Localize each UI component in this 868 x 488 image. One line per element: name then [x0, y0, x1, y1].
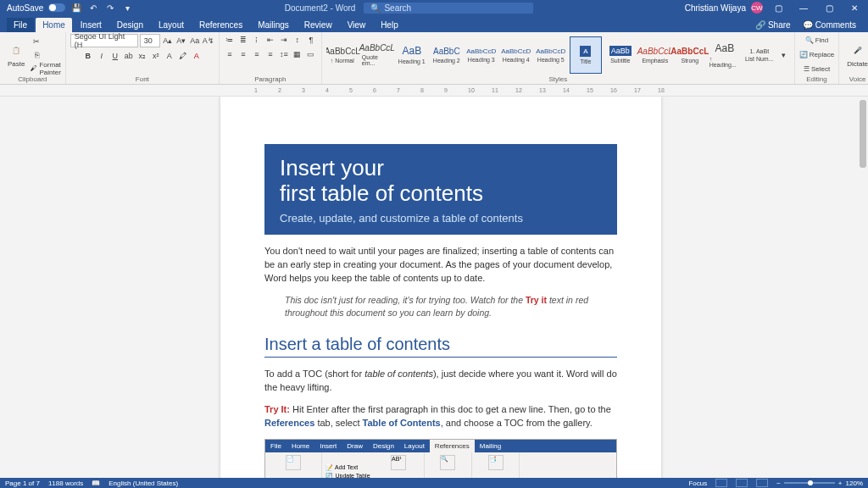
- comments-button[interactable]: 💬Comments: [798, 18, 861, 32]
- document-page[interactable]: Insert yourfirst table of contents Creat…: [220, 97, 661, 478]
- read-mode-icon[interactable]: [715, 479, 727, 487]
- autosave-toggle[interactable]: [48, 3, 65, 12]
- vertical-scrollbar[interactable]: [858, 97, 868, 478]
- style-heading2[interactable]: AaBbCHeading 2: [431, 36, 463, 74]
- font-color-icon[interactable]: A: [191, 50, 203, 62]
- style-subtitle[interactable]: AaBbSubtitle: [604, 36, 637, 74]
- search-icon: 🔍: [370, 3, 381, 13]
- editing-group-label: Editing: [799, 75, 834, 84]
- tab-review[interactable]: Review: [298, 18, 339, 32]
- multilevel-icon[interactable]: ⫶: [251, 34, 263, 46]
- align-left-icon[interactable]: ≡: [224, 48, 236, 60]
- banner-subtitle: Create, update, and customize a table of…: [280, 212, 602, 225]
- style-heading5[interactable]: AaBbCcDHeading 5: [535, 36, 567, 74]
- zoom-in-icon[interactable]: +: [838, 480, 843, 487]
- tab-view[interactable]: View: [341, 18, 373, 32]
- status-page[interactable]: Page 1 of 7: [5, 480, 40, 487]
- align-center-icon[interactable]: ≡: [237, 48, 249, 60]
- underline-icon[interactable]: U: [109, 50, 121, 62]
- tab-references[interactable]: References: [192, 18, 249, 32]
- numbering-icon[interactable]: ≣: [237, 34, 249, 46]
- tab-file[interactable]: File: [7, 18, 34, 32]
- paragraph-1: You don't need to wait until your pages …: [264, 245, 617, 286]
- superscript-icon[interactable]: x²: [150, 50, 162, 62]
- web-layout-icon[interactable]: [756, 479, 768, 487]
- minimize-icon[interactable]: —: [793, 0, 814, 15]
- zoom-slider[interactable]: [784, 482, 835, 484]
- qat-dropdown-icon[interactable]: ▾: [121, 2, 133, 14]
- style-heading1[interactable]: AaBHeading 1: [396, 36, 428, 74]
- styles-more-icon[interactable]: ▾: [778, 49, 790, 61]
- save-icon[interactable]: 💾: [70, 2, 82, 14]
- styles-group-label: Styles: [326, 75, 790, 84]
- highlight-icon[interactable]: 🖍: [177, 50, 189, 62]
- font-name-combo[interactable]: Segoe UI Light (H: [70, 34, 138, 47]
- title-banner: Insert yourfirst table of contents Creat…: [264, 144, 617, 235]
- status-language[interactable]: English (United States): [108, 480, 178, 487]
- copy-icon[interactable]: ⎘: [31, 49, 42, 61]
- print-layout-icon[interactable]: [736, 479, 748, 487]
- tab-home[interactable]: Home: [36, 18, 72, 32]
- style-heading[interactable]: AaB↑ Heading...: [709, 36, 741, 74]
- style-heading4[interactable]: AaBbCcDHeading 4: [500, 36, 532, 74]
- search-placeholder: Search: [384, 3, 411, 13]
- status-words[interactable]: 1188 words: [48, 480, 83, 487]
- font-size-combo[interactable]: 30: [140, 34, 160, 47]
- avatar[interactable]: CW: [751, 2, 763, 14]
- ribbon-options-icon[interactable]: ▢: [768, 0, 788, 15]
- tab-insert[interactable]: Insert: [74, 18, 108, 32]
- shrink-font-icon[interactable]: A▾: [175, 35, 187, 47]
- maximize-icon[interactable]: ▢: [819, 0, 839, 15]
- italic-icon[interactable]: I: [96, 50, 108, 62]
- find-button[interactable]: 🔍Find: [805, 35, 829, 47]
- zoom-level[interactable]: 120%: [846, 480, 863, 487]
- paragraph-2: This doc isn't just for reading, it's fo…: [264, 294, 617, 319]
- sort-icon[interactable]: ↕: [292, 34, 303, 46]
- share-button[interactable]: 🔗Share: [750, 18, 796, 32]
- align-right-icon[interactable]: ≡: [251, 48, 263, 60]
- style-quote[interactable]: AaBbCcLQuote em...: [361, 36, 393, 74]
- zoom-out-icon[interactable]: −: [776, 480, 781, 487]
- subscript-icon[interactable]: x₂: [136, 50, 148, 62]
- paste-button[interactable]: 📋Paste: [4, 41, 28, 69]
- embedded-ribbon-image: FileHomeInsertDrawDesignLayoutReferences…: [264, 439, 617, 478]
- line-spacing-icon[interactable]: ↕≡: [278, 48, 290, 60]
- style-title[interactable]: ATitle: [570, 36, 602, 74]
- clear-format-icon[interactable]: A↯: [203, 35, 214, 47]
- focus-button[interactable]: Focus: [688, 480, 707, 487]
- borders-icon[interactable]: ▭: [305, 48, 317, 60]
- replace-button[interactable]: 🔄Replace: [799, 49, 834, 61]
- text-effects-icon[interactable]: A: [164, 50, 175, 62]
- cut-icon[interactable]: ✂: [31, 36, 42, 47]
- banner-line2: first table of contents: [280, 180, 483, 206]
- redo-icon[interactable]: ↷: [104, 2, 116, 14]
- grow-font-icon[interactable]: A▴: [162, 35, 174, 47]
- shading-icon[interactable]: ▦: [292, 48, 303, 60]
- search-input[interactable]: 🔍 Search: [364, 3, 533, 14]
- increase-indent-icon[interactable]: ⇥: [278, 34, 290, 46]
- close-icon[interactable]: ✕: [844, 0, 865, 15]
- show-marks-icon[interactable]: ¶: [305, 34, 317, 46]
- dictate-button[interactable]: 🎤Dictate: [843, 41, 868, 69]
- style-strong[interactable]: AaBbCcLStrong: [674, 36, 706, 74]
- format-painter-button[interactable]: 🖌Format Painter: [31, 63, 60, 75]
- bullets-icon[interactable]: ≔: [224, 34, 236, 46]
- decrease-indent-icon[interactable]: ⇤: [264, 34, 276, 46]
- user-name[interactable]: Christian Wijaya: [685, 3, 746, 13]
- style-emphasis[interactable]: AaBbCcLEmphasis: [639, 36, 671, 74]
- change-case-icon[interactable]: Aa: [189, 35, 201, 47]
- tab-layout[interactable]: Layout: [152, 18, 191, 32]
- style-listnum[interactable]: 1. AaBtList Num...: [743, 36, 776, 74]
- tab-help[interactable]: Help: [374, 18, 405, 32]
- bold-icon[interactable]: B: [82, 50, 94, 62]
- style-normal[interactable]: AaBbCcL↑ Normal: [326, 36, 359, 74]
- strike-icon[interactable]: ab: [123, 50, 135, 62]
- horizontal-ruler[interactable]: 123456789101112131415161718: [220, 85, 868, 96]
- tab-design[interactable]: Design: [110, 18, 150, 32]
- style-heading3[interactable]: AaBbCcDHeading 3: [465, 36, 498, 74]
- undo-icon[interactable]: ↶: [87, 2, 99, 14]
- justify-icon[interactable]: ≡: [264, 48, 276, 60]
- select-button[interactable]: ☰Select: [804, 64, 830, 75]
- status-spellcheck-icon[interactable]: 📖: [92, 480, 100, 487]
- tab-mailings[interactable]: Mailings: [251, 18, 296, 32]
